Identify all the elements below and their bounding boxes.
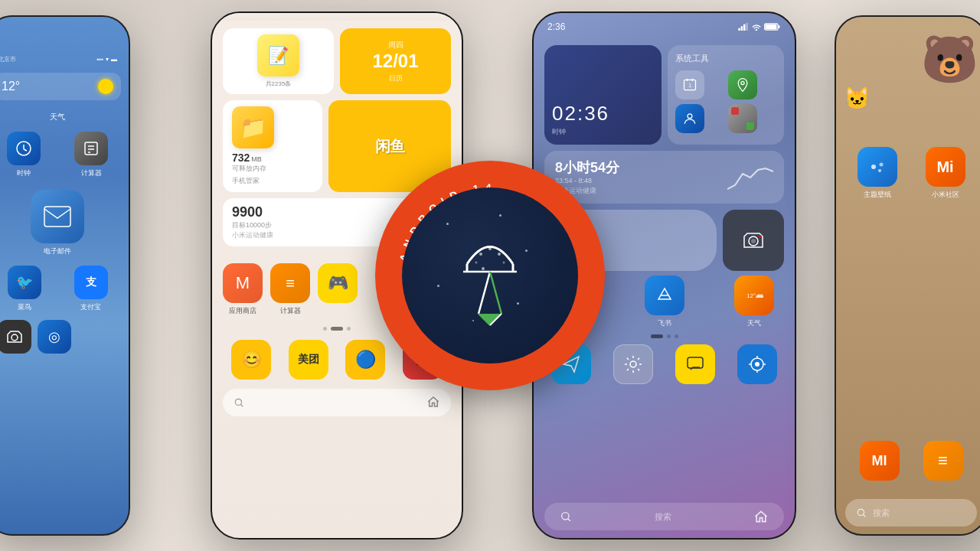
search-icon-p4 — [856, 507, 867, 518]
message-icon — [675, 344, 715, 384]
list-item[interactable]: ≡ — [923, 441, 963, 481]
phone-4-search-bar[interactable]: 搜索 — [845, 499, 977, 527]
list-item[interactable]: ≡ 计算器 — [270, 263, 310, 316]
mi-community-label: 小米社区 — [932, 190, 959, 200]
svg-rect-7 — [44, 207, 70, 227]
list-item[interactable]: 支 支付宝 — [60, 266, 121, 312]
svg-rect-36 — [688, 357, 703, 368]
svg-rect-15 — [741, 26, 743, 31]
hamburger-icon: ≡ — [923, 441, 963, 481]
tool-4-icon[interactable] — [728, 104, 757, 133]
camera-widget[interactable] — [723, 210, 784, 271]
list-item[interactable]: ◎ — [38, 320, 71, 354]
theme-label: 主题壁纸 — [864, 190, 891, 200]
crow-label: 菜鸟 — [18, 302, 31, 312]
svg-rect-3 — [85, 142, 97, 155]
list-item[interactable]: Mi 小米社区 — [916, 147, 975, 200]
person-tool-icon — [682, 111, 697, 126]
android-14-badge: ANDROID 14 — [375, 161, 605, 390]
svg-point-38 — [755, 362, 760, 367]
wifi-icon — [751, 23, 762, 31]
phone-4-content: 🐻 🐱 主题壁纸 Mi 小米社区 MI — [836, 17, 980, 534]
pay-label: 支付宝 — [80, 302, 101, 312]
list-item[interactable] — [675, 344, 715, 384]
svg-line-13 — [240, 404, 243, 406]
calc-mi-label: 计算器 — [280, 306, 301, 316]
manager-label: 手机管家 — [232, 176, 313, 186]
list-item[interactable]: 时钟 — [0, 132, 54, 178]
tool-2-icon[interactable] — [728, 70, 757, 99]
tool-1-icon[interactable]: 1 — [675, 70, 704, 99]
list-item[interactable]: 美团 — [289, 340, 328, 380]
svg-rect-21 — [778, 25, 780, 28]
list-item[interactable]: M 应用商店 — [223, 263, 263, 316]
calendar-widget[interactable]: 周四 12/01 日历 — [340, 28, 451, 94]
file-manager-widget[interactable]: 📁 732 MB 可释放内存 手机管家 — [223, 100, 322, 192]
list-item[interactable]: 主题壁纸 — [848, 147, 906, 200]
yellow-app-icon: 🎮 — [318, 263, 358, 303]
home-icon-p3 — [753, 509, 769, 524]
list-item[interactable]: 🎮 — [318, 263, 358, 316]
settings-icon — [613, 344, 653, 384]
weather-label: 天气 — [0, 112, 121, 122]
list-item[interactable]: 😊 — [231, 340, 271, 380]
search-text-p3[interactable]: 搜索 — [572, 511, 753, 523]
list-item[interactable]: MI — [860, 441, 900, 481]
dot-active — [331, 327, 343, 331]
feishu-label: 飞书 — [658, 318, 671, 328]
list-item[interactable]: 🐦 菜鸟 — [0, 266, 54, 312]
signal-bars-icon — [738, 23, 749, 31]
palette-icon — [867, 157, 887, 177]
svg-point-27 — [688, 114, 692, 119]
tools-grid: 1 — [675, 70, 777, 133]
clock-widget-label: 时钟 — [552, 127, 654, 137]
notes-icon: 📝 — [257, 34, 299, 77]
maps-tool-icon — [735, 77, 750, 93]
tools-widget[interactable]: 系统工具 1 — [668, 45, 785, 145]
dot-1 — [651, 334, 663, 338]
calendar-tool-icon: 1 — [682, 77, 697, 93]
dot-2 — [667, 334, 671, 338]
list-item[interactable] — [613, 344, 653, 384]
main-scene: 北京市 ▪▪▪ ▾ ▬ 12° 天气 — [0, 0, 980, 551]
notes-widget[interactable]: 📝 共2235条 — [223, 28, 334, 94]
phone-1-app-grid: 时钟 计算器 — [0, 132, 121, 178]
list-item[interactable] — [737, 344, 777, 384]
green-dot-icon — [746, 122, 754, 130]
svg-rect-20 — [765, 24, 776, 30]
list-item[interactable]: 12° 天气 — [734, 276, 774, 328]
tool-3-icon[interactable] — [675, 104, 704, 133]
calendar-day: 周四 — [388, 40, 403, 51]
clock-widget[interactable]: 02:36 时钟 — [544, 45, 662, 145]
mail-label: 电子邮件 — [44, 246, 71, 256]
phone-1-extra-row: ◎ — [0, 320, 121, 354]
phone-3-time: 2:36 — [547, 21, 565, 32]
gear-icon — [623, 354, 643, 374]
list-item[interactable]: 电子邮件 — [31, 190, 84, 256]
location-text: 北京市 — [0, 55, 16, 64]
search-icon — [234, 397, 244, 408]
list-item[interactable] — [0, 320, 31, 354]
list-item[interactable]: 计算器 — [61, 132, 121, 178]
search-bar[interactable] — [223, 389, 451, 416]
home-button[interactable] — [426, 395, 440, 411]
badge-inner-circle — [402, 187, 578, 364]
bear-sticker: 🐻 — [921, 32, 978, 86]
appstore-label: 应用商店 — [229, 306, 256, 316]
list-item[interactable]: 飞书 — [645, 276, 684, 328]
svg-point-45 — [871, 165, 876, 169]
phone-4-search-area: 搜索 — [836, 499, 980, 527]
battery-icon: ▬ — [111, 56, 117, 63]
crow-app-icon: 🐦 — [8, 266, 41, 299]
weather-widget: 12° — [0, 73, 121, 100]
mi-community-icon: Mi — [926, 147, 965, 187]
pay-app-icon: 支 — [74, 266, 108, 299]
fish-app-name: 闲鱼 — [375, 136, 404, 157]
calendar-label: 日历 — [389, 73, 403, 83]
svg-rect-14 — [738, 28, 740, 31]
calc-mi-icon: ≡ — [270, 263, 310, 303]
memory-value: 732 — [232, 152, 250, 164]
battery-icon — [764, 23, 781, 31]
memory-unit: MB — [251, 155, 262, 163]
phone-1-bottom-apps: 🐦 菜鸟 支 支付宝 — [0, 266, 121, 312]
